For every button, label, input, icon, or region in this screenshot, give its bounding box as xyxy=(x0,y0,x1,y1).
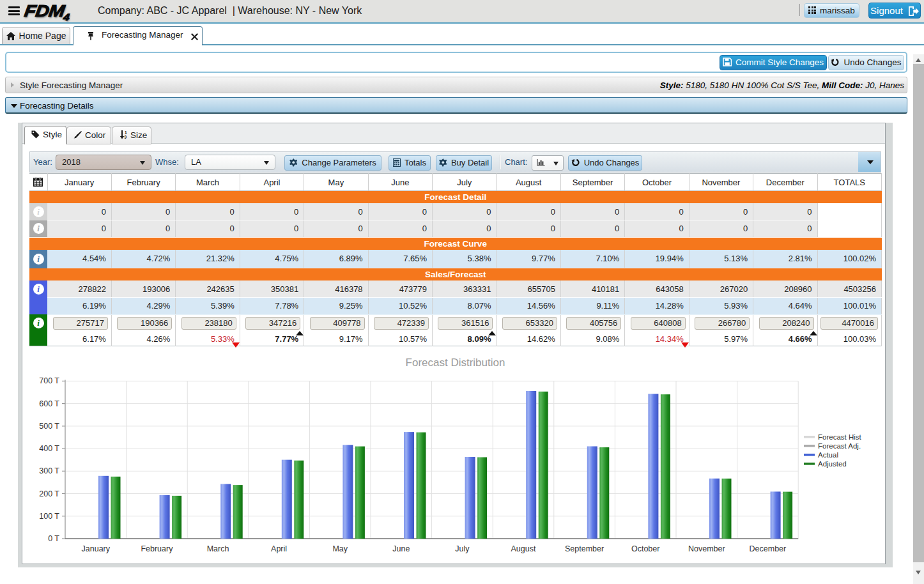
svg-text:500 T: 500 T xyxy=(39,422,59,431)
svg-text:100 T: 100 T xyxy=(39,512,59,521)
svg-text:200 T: 200 T xyxy=(39,489,59,498)
svg-text:April: April xyxy=(271,544,287,553)
svg-text:August: August xyxy=(511,544,536,553)
svg-text:600 T: 600 T xyxy=(39,399,59,408)
svg-text:July: July xyxy=(455,544,470,553)
svg-text:300 T: 300 T xyxy=(39,466,59,475)
svg-text:1: 1 xyxy=(125,130,127,135)
svg-text:Actual: Actual xyxy=(818,451,838,459)
svg-text:November: November xyxy=(688,544,725,553)
svg-text:0 T: 0 T xyxy=(48,534,59,543)
svg-text:Forecast Adj.: Forecast Adj. xyxy=(818,442,861,450)
svg-text:March: March xyxy=(207,544,229,553)
svg-text:February: February xyxy=(141,544,173,553)
svg-text:January: January xyxy=(82,544,111,553)
svg-text:September: September xyxy=(565,544,604,553)
svg-text:October: October xyxy=(631,544,659,553)
svg-text:May: May xyxy=(332,544,348,553)
svg-text:700 T: 700 T xyxy=(39,376,59,385)
svg-text:June: June xyxy=(392,544,410,553)
svg-text:400 T: 400 T xyxy=(39,444,59,453)
svg-text:December: December xyxy=(750,544,787,553)
svg-text:Adjusted: Adjusted xyxy=(818,460,847,468)
svg-text:9: 9 xyxy=(125,135,127,139)
svg-text:Forecast Hist: Forecast Hist xyxy=(818,433,862,441)
